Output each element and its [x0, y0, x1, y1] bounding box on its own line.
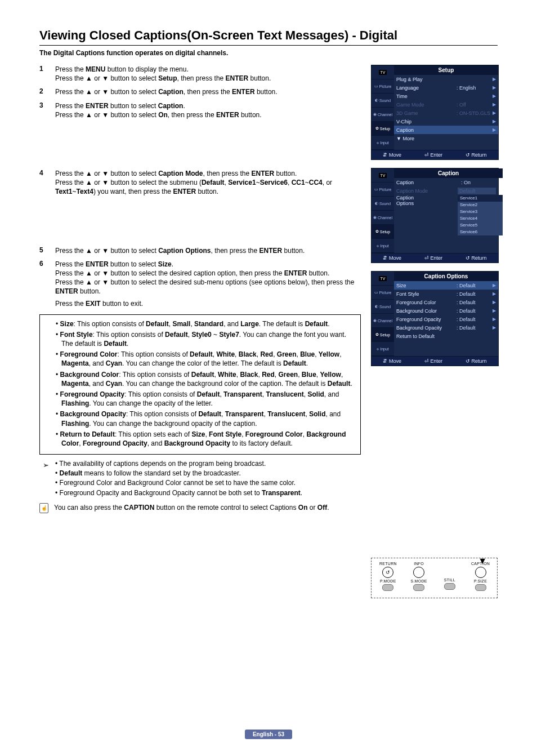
channel-icon: ◉ [373, 112, 377, 117]
osd-column: TV ▭Picture ◐Sound ◉Channel ✿Setup ⎆Inpu… [371, 65, 498, 598]
remote-smode-label: S.MODE [406, 579, 432, 583]
opt-size: Size: This option consists of Default, S… [56, 319, 355, 328]
osd-row-3dgame: 3D Game: ON-STD.GLS▶ [394, 109, 498, 117]
remote-pmode-label: P.MODE [375, 579, 401, 583]
osd-footer-return: Return [466, 152, 487, 158]
remote-still-label: STILL [437, 578, 463, 582]
opt-font: Font Style: This option consists of Defa… [56, 330, 355, 348]
osd-row-size[interactable]: Size: Default▶ [394, 281, 498, 290]
osd-row-vchip[interactable]: V-Chip▶ [394, 117, 498, 126]
picture-icon: ▭ [374, 84, 378, 88]
hand-icon: ☝ [39, 503, 48, 513]
page-title: Viewing Closed Captions(On-Screen Text M… [39, 28, 498, 46]
osd-caption-options-panel: TV ▭Picture ◐Sound ◉Channel ✿Setup ⎆Inpu… [371, 271, 499, 366]
remote-pointer-icon: ▼ [478, 556, 487, 566]
osd-setup-title: Setup [394, 65, 498, 75]
note-4: Foreground Opacity and Background Opacit… [55, 488, 361, 497]
osd-service3[interactable]: Service3 [458, 208, 503, 215]
remote-psize-button[interactable] [475, 584, 486, 591]
opt-fg: Foreground Color: This option consists o… [56, 350, 355, 368]
osd-service5[interactable]: Service5 [458, 222, 503, 229]
page-number: English - 53 [245, 730, 292, 739]
osd-service2[interactable]: Service2 [458, 202, 503, 208]
remote-diagram: ▼ RETURN ↺ P.MODE INFO S.MODE STILL [371, 558, 498, 598]
osd-tab-sound[interactable]: ◐Sound [372, 94, 394, 108]
osd-tab-input[interactable]: ⎆Input [372, 136, 394, 150]
remote-smode-button[interactable] [413, 584, 424, 591]
osd-row-fgcolor[interactable]: Foreground Color: Default▶ [394, 298, 498, 306]
opt-bg: Background Color: This option consists o… [56, 370, 355, 388]
osd-row-font[interactable]: Font Style: Default▶ [394, 290, 498, 298]
osd-row-returndefault[interactable]: Return to Default [394, 332, 498, 340]
instructions-column: 1 Press the MENU button to display the m… [39, 65, 361, 598]
remote-caption-button[interactable] [475, 567, 486, 578]
step-5: 5 Press the ▲ or ▼ button to select Capt… [39, 246, 361, 255]
osd-row-fgopacity[interactable]: Foreground Opacity: Default▶ [394, 315, 498, 323]
osd-service6[interactable]: Service6 [458, 229, 503, 235]
osd-setup-panel: TV ▭Picture ◐Sound ◉Channel ✿Setup ⎆Inpu… [371, 65, 499, 160]
sound-icon: ◐ [375, 98, 378, 103]
note-3: Foreground Color and Background Color ca… [55, 478, 361, 487]
intro-text: The Digital Captions function operates o… [39, 49, 498, 57]
opt-rtd: Return to Default: This option sets each… [56, 430, 355, 448]
remote-pmode-button[interactable] [382, 584, 393, 591]
opt-bgo: Background Opacity: This option consists… [56, 410, 355, 428]
osd-row-capopts[interactable]: Caption Options [394, 195, 414, 235]
note-1: The availability of captions depends on … [55, 459, 361, 468]
osd-caption-title: Caption [394, 168, 503, 178]
osd-footer-enter: Enter [424, 152, 442, 158]
osd-service4[interactable]: Service4 [458, 215, 503, 222]
osd-service1[interactable]: Service1 [458, 195, 503, 202]
osd-sidebar: TV ▭Picture ◐Sound ◉Channel ✿Setup ⎆Inpu… [372, 65, 394, 150]
opt-fgo: Foreground Opacity: This option consists… [56, 390, 355, 408]
page-footer: English - 53 [0, 730, 537, 739]
remote-return-button[interactable]: ↺ [382, 567, 393, 578]
osd-capmode-dropdown: Caption Options Service1 Service2 Servic… [394, 195, 503, 235]
osd-row-bgopacity[interactable]: Background Opacity: Default▶ [394, 323, 498, 332]
osd-row-gamemode: Game Mode: Off▶ [394, 100, 498, 109]
note-arrow-icon: ➢ [43, 460, 49, 470]
remote-hint: ☝ You can also press the CAPTION button … [39, 503, 361, 513]
osd-row-capmode[interactable]: Caption ModeDefault [394, 186, 503, 195]
options-box: Size: This option consists of Default, S… [39, 314, 361, 455]
step-2: 2 Press the ▲ or ▼ button to select Capt… [39, 87, 361, 96]
remote-still-button[interactable] [444, 583, 455, 590]
osd-row-caption[interactable]: Caption▶ [394, 126, 498, 134]
osd-row-more[interactable]: ▼ More [394, 134, 498, 143]
osd-tab-channel[interactable]: ◉Channel [372, 108, 394, 122]
osd-row-plugplay[interactable]: Plug & Play▶ [394, 75, 498, 83]
remote-info-button[interactable] [413, 567, 424, 578]
osd-tab-setup[interactable]: ✿Setup [372, 122, 394, 136]
step-6: 6 Press the ENTER button to select Size.… [39, 260, 361, 309]
osd-footer: Move Enter Return [372, 150, 498, 159]
osd-row-cap[interactable]: Caption: On [394, 178, 503, 186]
osd-tab-picture[interactable]: ▭Picture [372, 79, 394, 94]
step-1: 1 Press the MENU button to display the m… [39, 65, 361, 83]
step-3: 3 Press the ENTER button to select Capti… [39, 101, 361, 119]
osd-footer-move: Move [383, 152, 401, 158]
remote-info-label: INFO [406, 562, 432, 566]
input-icon: ⎆ [377, 141, 379, 145]
step-4: 4 Press the ▲ or ▼ button to select Capt… [39, 169, 361, 197]
osd-tab-tv[interactable]: TV [372, 65, 394, 79]
notes-block: ➢ The availability of captions depends o… [39, 459, 361, 497]
remote-return-label: RETURN [375, 562, 401, 566]
osd-caption-panel: TV ▭Picture ◐Sound ◉Channel ✿Setup ⎆Inpu… [371, 168, 499, 263]
note-2: Default means to follow the standard set… [55, 469, 361, 478]
setup-icon: ✿ [375, 126, 379, 131]
osd-row-language[interactable]: Language: English▶ [394, 83, 498, 92]
osd-row-time[interactable]: Time▶ [394, 92, 498, 100]
remote-psize-label: P.SIZE [467, 579, 494, 583]
osd-row-bgcolor[interactable]: Background Color: Default▶ [394, 306, 498, 315]
osd-copts-title: Caption Options [394, 272, 498, 281]
